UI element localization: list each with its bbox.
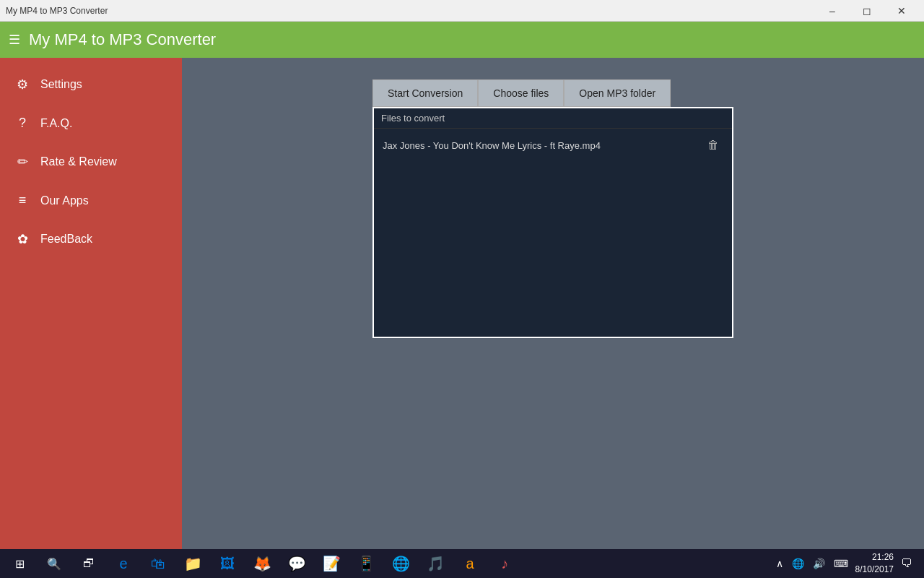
maximize-button[interactable]: ◻: [850, 0, 884, 22]
taskbar-notes-icon[interactable]: 📝: [315, 549, 348, 578]
delete-file-button[interactable]: 🗑: [703, 137, 723, 153]
apps-icon: ≡: [14, 193, 30, 208]
sidebar-label-apps: Our Apps: [40, 194, 89, 207]
title-bar-controls: – ◻ ✕: [816, 0, 918, 22]
sidebar-item-feedback[interactable]: ✿ FeedBack: [0, 220, 182, 259]
keyboard-icon[interactable]: ⌨: [831, 558, 851, 569]
sidebar-item-faq[interactable]: ? F.A.Q.: [0, 104, 182, 142]
action-buttons-row: Start Conversion Choose files Open MP3 f…: [372, 79, 733, 107]
main-layout: ⚙ Settings ? F.A.Q. ✏ Rate & Review ≡ Ou…: [0, 58, 924, 549]
rate-icon: ✏: [14, 154, 30, 170]
taskbar-photos-icon[interactable]: 🖼: [211, 549, 244, 578]
taskbar-edge-icon[interactable]: e: [107, 549, 140, 578]
sidebar-label-feedback: FeedBack: [40, 233, 92, 246]
files-panel: Files to convert Jax Jones - You Don't K…: [372, 107, 733, 338]
app-title: My MP4 to MP3 Converter: [29, 30, 216, 49]
title-bar: My MP4 to MP3 Converter – ◻ ✕: [0, 0, 924, 22]
minimize-button[interactable]: –: [816, 0, 849, 22]
clock[interactable]: 21:26 8/10/2017: [855, 551, 894, 576]
sidebar-label-settings: Settings: [40, 78, 82, 91]
network-icon[interactable]: 🌐: [789, 558, 807, 569]
title-bar-text: My MP4 to MP3 Converter: [6, 6, 108, 16]
files-list: Jax Jones - You Don't Know Me Lyrics - f…: [374, 129, 732, 162]
settings-icon: ⚙: [14, 77, 30, 92]
taskbar-media-icon[interactable]: 🎵: [419, 549, 452, 578]
taskbar-amazon-icon[interactable]: a: [453, 549, 487, 578]
close-button[interactable]: ✕: [885, 0, 918, 22]
choose-files-button[interactable]: Choose files: [478, 79, 564, 107]
taskbar-converter-icon[interactable]: ♪: [488, 549, 521, 578]
faq-icon: ?: [14, 116, 30, 131]
app-header: ☰ My MP4 to MP3 Converter: [0, 22, 924, 58]
taskbar-firefox-icon[interactable]: 🦊: [245, 549, 279, 578]
files-header-label: Files to convert: [381, 113, 445, 124]
taskbar: ⊞ 🔍 🗗 e 🛍 📁 🖼 🦊 💬 📝 📱 🌐 🎵 a ♪ ∧ 🌐 🔊 ⌨ 21…: [0, 549, 924, 578]
start-conversion-button[interactable]: Start Conversion: [372, 79, 478, 107]
taskbar-right: ∧ 🌐 🔊 ⌨ 21:26 8/10/2017 🗨: [773, 551, 921, 576]
feedback-icon: ✿: [14, 231, 30, 247]
main-content: Start Conversion Choose files Open MP3 f…: [182, 58, 924, 549]
start-button[interactable]: ⊞: [3, 549, 36, 578]
task-view-button[interactable]: 🗗: [72, 549, 105, 578]
taskbar-app2-icon[interactable]: 📱: [349, 549, 383, 578]
taskbar-chrome-icon[interactable]: 🌐: [384, 549, 417, 578]
converter-panel: Start Conversion Choose files Open MP3 f…: [372, 79, 733, 338]
notification-button[interactable]: 🗨: [898, 557, 915, 570]
system-tray: ∧ 🌐 🔊 ⌨: [773, 558, 851, 569]
sidebar-label-faq: F.A.Q.: [40, 117, 72, 130]
sidebar-item-rate[interactable]: ✏ Rate & Review: [0, 142, 182, 181]
sidebar: ⚙ Settings ? F.A.Q. ✏ Rate & Review ≡ Ou…: [0, 58, 182, 549]
sidebar-label-rate: Rate & Review: [40, 155, 117, 168]
taskbar-files-icon[interactable]: 📁: [176, 549, 209, 578]
search-button[interactable]: 🔍: [38, 549, 71, 578]
taskbar-wechat-icon[interactable]: 💬: [280, 549, 313, 578]
sidebar-item-apps[interactable]: ≡ Our Apps: [0, 181, 182, 220]
sidebar-item-settings[interactable]: ⚙ Settings: [0, 65, 182, 104]
open-mp3-folder-button[interactable]: Open MP3 folder: [564, 79, 671, 107]
file-item: Jax Jones - You Don't Know Me Lyrics - f…: [381, 134, 725, 156]
volume-icon[interactable]: 🔊: [810, 558, 828, 569]
clock-time: 21:26: [855, 551, 894, 564]
file-name: Jax Jones - You Don't Know Me Lyrics - f…: [383, 140, 703, 151]
taskbar-store-icon[interactable]: 🛍: [141, 549, 175, 578]
clock-date: 8/10/2017: [855, 564, 894, 576]
tray-chevron-icon[interactable]: ∧: [773, 558, 786, 569]
hamburger-icon[interactable]: ☰: [9, 32, 20, 48]
files-header: Files to convert: [374, 108, 732, 129]
taskbar-left: ⊞ 🔍 🗗 e 🛍 📁 🖼 🦊 💬 📝 📱 🌐 🎵 a ♪: [3, 549, 521, 578]
